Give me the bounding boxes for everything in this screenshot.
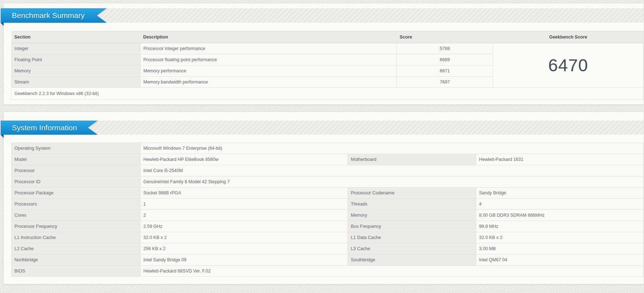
- table-row: L1 Instruction Cache 32.0 KB x 2 L1 Data…: [12, 232, 644, 243]
- table-row: Northbridge Intel Sandy Bridge 09 Southb…: [12, 254, 644, 266]
- col-header-score: Score: [397, 31, 493, 43]
- section-description: Memory bandwidth performance: [140, 77, 397, 88]
- info-label: Northbridge: [12, 254, 140, 266]
- info-value: Intel QM67 04: [476, 254, 644, 266]
- info-value: 99.8 MHz: [476, 221, 644, 232]
- info-label: Processors: [12, 199, 140, 210]
- section-description: Processor floating point performance: [140, 54, 397, 66]
- benchmark-summary-table: Section Description Score Geekbench Scor…: [11, 31, 644, 100]
- col-header-section: Section: [12, 31, 140, 43]
- section-score: 5788: [397, 43, 493, 54]
- info-value: 2: [140, 210, 348, 221]
- system-information-panel: System Information Operating System Micr…: [3, 112, 644, 284]
- info-value: Hewlett-Packard 1631: [476, 154, 644, 165]
- table-row: Processor ID GenuineIntel Family 6 Model…: [12, 176, 644, 188]
- section-score: 7697: [397, 77, 493, 88]
- table-row: L2 Cache 256 KB x 2 L3 Cache 3.00 MB: [12, 243, 644, 254]
- table-row: Processors 1 Threads 4: [12, 199, 644, 210]
- info-label: Model: [12, 154, 140, 165]
- table-row: Processor Intel Core i5-2540M: [12, 165, 644, 176]
- info-value: 32.0 KB x 2: [476, 232, 644, 243]
- info-value: 32.0 KB x 2: [140, 232, 348, 243]
- section-name: Floating Point: [12, 54, 140, 66]
- benchmark-summary-header-strip: Benchmark Summary: [4, 8, 644, 23]
- info-label: L2 Cache: [12, 243, 140, 254]
- info-label: Processor Codename: [348, 188, 476, 199]
- info-value: GenuineIntel Family 6 Model 42 Stepping …: [140, 176, 644, 188]
- table-row: Processor Frequency 2.59 GHz Bus Frequen…: [12, 221, 644, 232]
- table-row: Model Hewlett-Packard HP EliteBook 8560w…: [12, 154, 644, 165]
- info-label: L3 Cache: [348, 243, 476, 254]
- info-value: Hewlett-Packard 68SVD Ver. F.02: [140, 266, 644, 277]
- benchmark-table-header-row: Section Description Score Geekbench Scor…: [12, 31, 644, 43]
- info-value: Intel Sandy Bridge 09: [140, 254, 348, 266]
- info-label: Processor ID: [12, 176, 140, 188]
- info-label: Processor Package: [12, 188, 140, 199]
- info-value: 4: [476, 199, 644, 210]
- system-information-title: System Information: [1, 121, 98, 135]
- info-value: Sandy Bridge: [476, 188, 644, 199]
- geekbench-score-value: 6470: [493, 43, 644, 88]
- info-value: Hewlett-Packard HP EliteBook 8560w: [140, 154, 348, 165]
- section-score: 6671: [397, 66, 493, 77]
- ribbon-fold: [1, 23, 4, 26]
- ribbon-fold: [1, 135, 4, 138]
- info-value: 1: [140, 199, 348, 210]
- table-row: Operating System Microsoft Windows 7 Ent…: [12, 143, 644, 154]
- info-label: BIOS: [12, 266, 140, 277]
- table-footnote-row: Geekbench 2.2.3 for Windows x86 (32-bit): [12, 88, 644, 100]
- benchmark-summary-ribbon: Benchmark Summary: [1, 8, 107, 23]
- info-label: Threads: [348, 199, 476, 210]
- info-label: Southbridge: [348, 254, 476, 266]
- table-row: BIOS Hewlett-Packard 68SVD Ver. F.02: [12, 266, 644, 277]
- table-row: Cores 2 Memory 8.00 GB DDR3 SDRAM 666MHz: [12, 210, 644, 221]
- info-value: 2.59 GHz: [140, 221, 348, 232]
- info-value: 256 KB x 2: [140, 243, 348, 254]
- section-description: Processor integer performance: [140, 43, 397, 54]
- table-row: Processor Package Socket 988B rPGA Proce…: [12, 188, 644, 199]
- system-information-header-strip: System Information: [4, 121, 644, 135]
- info-value: Socket 988B rPGA: [140, 188, 348, 199]
- info-label: Motherboard: [348, 154, 476, 165]
- benchmark-summary-panel: Benchmark Summary Section Description Sc…: [3, 3, 644, 105]
- info-label: L1 Instruction Cache: [12, 232, 140, 243]
- info-label: Bus Frequency: [348, 221, 476, 232]
- geekbench-version-note: Geekbench 2.2.3 for Windows x86 (32-bit): [12, 88, 644, 100]
- section-name: Memory: [12, 66, 140, 77]
- info-value: Microsoft Windows 7 Enterprise (64-bit): [140, 143, 644, 154]
- section-score: 6689: [397, 54, 493, 66]
- section-name: Integer: [12, 43, 140, 54]
- info-value: Intel Core i5-2540M: [140, 165, 644, 176]
- info-label: Cores: [12, 210, 140, 221]
- section-name: Stream: [12, 77, 140, 88]
- info-label: Processor Frequency: [12, 221, 140, 232]
- section-description: Memory performance: [140, 66, 397, 77]
- info-value: 8.00 GB DDR3 SDRAM 666MHz: [476, 210, 644, 221]
- col-header-description: Description: [140, 31, 397, 43]
- system-information-ribbon: System Information: [1, 121, 98, 135]
- benchmark-summary-title: Benchmark Summary: [1, 8, 107, 23]
- col-header-geekbench-score: Geekbench Score: [493, 31, 644, 43]
- info-label: Memory: [348, 210, 476, 221]
- info-label: Operating System: [12, 143, 140, 154]
- table-row: Integer Processor integer performance 57…: [12, 43, 644, 54]
- info-label: Processor: [12, 165, 140, 176]
- info-label: L1 Data Cache: [348, 232, 476, 243]
- system-information-table: Operating System Microsoft Windows 7 Ent…: [11, 143, 644, 277]
- info-value: 3.00 MB: [476, 243, 644, 254]
